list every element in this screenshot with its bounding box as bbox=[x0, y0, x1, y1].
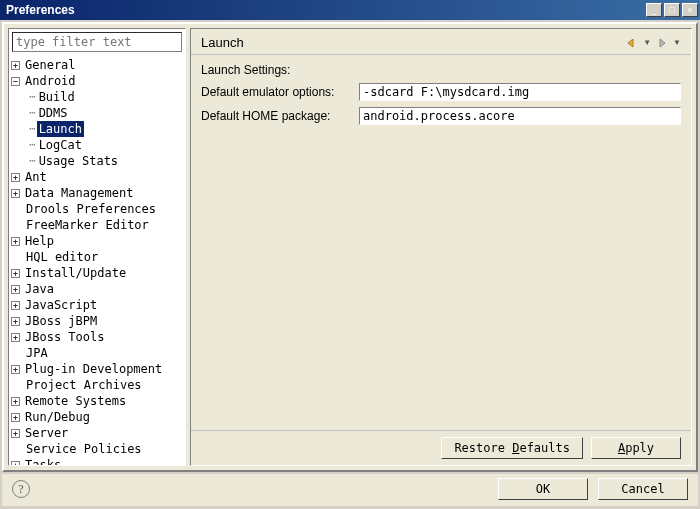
tree-connector-icon: ⋯ bbox=[29, 105, 35, 121]
tree-item-label: Ant bbox=[23, 169, 49, 185]
tree-item-label: HQL editor bbox=[24, 249, 100, 265]
tree-item-label: Install/Update bbox=[23, 265, 128, 281]
tree-item-label: LogCat bbox=[37, 137, 84, 153]
tree-item-label: Build bbox=[37, 89, 77, 105]
tree-item-label: Launch bbox=[37, 121, 84, 137]
expand-icon[interactable]: + bbox=[11, 61, 20, 70]
tree-item[interactable]: +Java bbox=[9, 281, 185, 297]
expand-icon[interactable]: + bbox=[11, 429, 20, 438]
tree-connector-icon: ⋯ bbox=[29, 121, 35, 137]
tree-item[interactable]: ⋯Usage Stats bbox=[9, 153, 185, 169]
tree-connector-icon: ⋯ bbox=[29, 153, 35, 169]
tree-item[interactable]: Service Policies bbox=[9, 441, 185, 457]
home-package-input[interactable] bbox=[359, 107, 681, 125]
tree-item[interactable]: FreeMarker Editor bbox=[9, 217, 185, 233]
emulator-options-label: Default emulator options: bbox=[201, 85, 359, 99]
tree-item-label: Plug-in Development bbox=[23, 361, 164, 377]
page-title: Launch bbox=[201, 35, 625, 50]
tree-connector-icon: ⋯ bbox=[29, 137, 35, 153]
titlebar: Preferences _ □ × bbox=[0, 0, 700, 20]
tree-item[interactable]: +Ant bbox=[9, 169, 185, 185]
collapse-icon[interactable]: − bbox=[11, 77, 20, 86]
back-icon[interactable] bbox=[625, 37, 639, 49]
tree-item-label: DDMS bbox=[37, 105, 70, 121]
content-pane: Launch ▼ ▼ Launch Settings: Default emul… bbox=[190, 28, 692, 466]
tree-item[interactable]: JPA bbox=[9, 345, 185, 361]
tree-item[interactable]: +Remote Systems bbox=[9, 393, 185, 409]
tree-item-label: JavaScript bbox=[23, 297, 99, 313]
tree-item[interactable]: −Android bbox=[9, 73, 185, 89]
tree-item[interactable]: +Install/Update bbox=[9, 265, 185, 281]
tree-item-label: Usage Stats bbox=[37, 153, 120, 169]
expand-icon[interactable]: + bbox=[11, 301, 20, 310]
maximize-button[interactable]: □ bbox=[664, 3, 680, 17]
tree-item-label: Drools Preferences bbox=[24, 201, 158, 217]
tree-item[interactable]: +Server bbox=[9, 425, 185, 441]
back-dropdown-icon[interactable]: ▼ bbox=[643, 38, 651, 47]
tree-item-label: General bbox=[23, 57, 78, 73]
tree-item[interactable]: +JBoss Tools bbox=[9, 329, 185, 345]
expand-icon[interactable]: + bbox=[11, 317, 20, 326]
expand-icon[interactable]: + bbox=[11, 461, 20, 466]
expand-icon[interactable]: + bbox=[11, 333, 20, 342]
tree-item-label: Data Management bbox=[23, 185, 135, 201]
apply-button[interactable]: Apply bbox=[591, 437, 681, 459]
tree-item-label: Help bbox=[23, 233, 56, 249]
forward-dropdown-icon[interactable]: ▼ bbox=[673, 38, 681, 47]
tree-item[interactable]: +JavaScript bbox=[9, 297, 185, 313]
filter-input[interactable] bbox=[12, 32, 182, 52]
ok-button[interactable]: OK bbox=[498, 478, 588, 500]
expand-icon[interactable]: + bbox=[11, 269, 20, 278]
settings-heading: Launch Settings: bbox=[201, 63, 290, 77]
tree-item[interactable]: +Help bbox=[9, 233, 185, 249]
tree-item-label: FreeMarker Editor bbox=[24, 217, 151, 233]
expand-icon[interactable]: + bbox=[11, 365, 20, 374]
tree-item[interactable]: +Plug-in Development bbox=[9, 361, 185, 377]
tree-item[interactable]: Drools Preferences bbox=[9, 201, 185, 217]
tree-item[interactable]: Project Archives bbox=[9, 377, 185, 393]
emulator-options-input[interactable] bbox=[359, 83, 681, 101]
preferences-tree[interactable]: +General−Android⋯Build⋯DDMS⋯Launch⋯LogCa… bbox=[9, 55, 185, 465]
tree-item[interactable]: ⋯Build bbox=[9, 89, 185, 105]
forward-icon[interactable] bbox=[655, 37, 669, 49]
tree-item-label: JBoss Tools bbox=[23, 329, 106, 345]
tree-item-label: JBoss jBPM bbox=[23, 313, 99, 329]
tree-item-label: Run/Debug bbox=[23, 409, 92, 425]
tree-item-label: Java bbox=[23, 281, 56, 297]
tree-item-label: Server bbox=[23, 425, 70, 441]
tree-item[interactable]: ⋯LogCat bbox=[9, 137, 185, 153]
tree-item[interactable]: ⋯DDMS bbox=[9, 105, 185, 121]
tree-item-label: JPA bbox=[24, 345, 50, 361]
expand-icon[interactable]: + bbox=[11, 285, 20, 294]
tree-item-label: Service Policies bbox=[24, 441, 144, 457]
expand-icon[interactable]: + bbox=[11, 397, 20, 406]
tree-item[interactable]: +Data Management bbox=[9, 185, 185, 201]
restore-defaults-button[interactable]: Restore Defaults bbox=[441, 437, 583, 459]
expand-icon[interactable]: + bbox=[11, 413, 20, 422]
tree-connector-icon: ⋯ bbox=[29, 89, 35, 105]
expand-icon[interactable]: + bbox=[11, 237, 20, 246]
expand-icon[interactable]: + bbox=[11, 173, 20, 182]
tree-item[interactable]: ⋯Launch bbox=[9, 121, 185, 137]
cancel-button[interactable]: Cancel bbox=[598, 478, 688, 500]
minimize-button[interactable]: _ bbox=[646, 3, 662, 17]
help-icon[interactable]: ? bbox=[12, 480, 30, 498]
tree-item[interactable]: +Run/Debug bbox=[9, 409, 185, 425]
tree-item[interactable]: +Tasks bbox=[9, 457, 185, 465]
tree-pane: +General−Android⋯Build⋯DDMS⋯Launch⋯LogCa… bbox=[8, 28, 186, 466]
tree-item-label: Project Archives bbox=[24, 377, 144, 393]
tree-item-label: Remote Systems bbox=[23, 393, 128, 409]
tree-item[interactable]: +General bbox=[9, 57, 185, 73]
tree-item-label: Android bbox=[23, 73, 78, 89]
window-title: Preferences bbox=[2, 3, 646, 17]
tree-item[interactable]: +JBoss jBPM bbox=[9, 313, 185, 329]
tree-item[interactable]: HQL editor bbox=[9, 249, 185, 265]
expand-icon[interactable]: + bbox=[11, 189, 20, 198]
tree-item-label: Tasks bbox=[23, 457, 63, 465]
home-package-label: Default HOME package: bbox=[201, 109, 359, 123]
close-button[interactable]: × bbox=[682, 3, 698, 17]
